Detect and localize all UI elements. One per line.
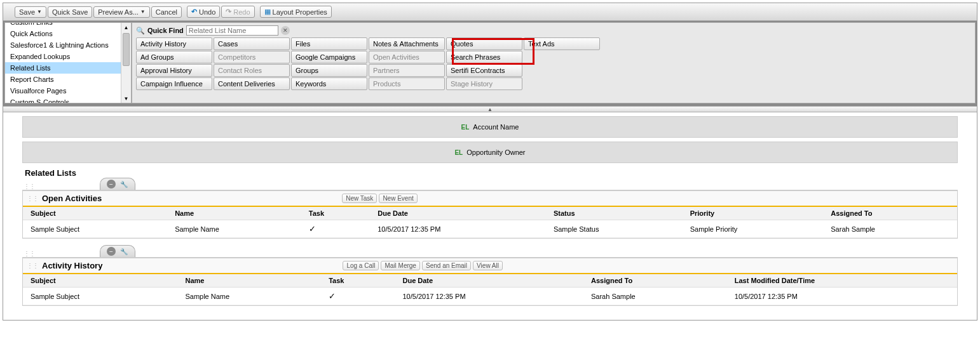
palette-item: Competitors xyxy=(214,51,290,63)
related-list-title: Open Activities xyxy=(42,194,102,203)
drag-handle-icon[interactable]: ⋮⋮ xyxy=(22,250,36,257)
palette-item: Stage History xyxy=(446,77,522,90)
sidebar-item[interactable]: Custom S-Controls xyxy=(5,96,131,103)
sidebar-item[interactable]: Quick Actions xyxy=(5,28,131,39)
related-list-tools: − 🔧 xyxy=(100,245,135,257)
table-cell: Sample Subject xyxy=(23,220,167,238)
field-label: Account Name xyxy=(473,123,519,131)
collapse-bar[interactable]: ▲ xyxy=(3,106,977,112)
drag-handle-icon[interactable]: ⋮⋮ xyxy=(25,195,39,202)
table-cell: Sample Name xyxy=(177,288,321,305)
caret-down-icon: ▼ xyxy=(140,9,146,15)
undo-icon: ↶ xyxy=(191,8,197,16)
column-header: Assigned To xyxy=(583,274,727,288)
column-header: Last Modified Date/Time xyxy=(727,274,957,288)
column-header: Subject xyxy=(23,274,177,288)
table-cell: Sample Subject xyxy=(23,288,177,305)
activity-history-table: SubjectNameTaskDue DateAssigned ToLast M… xyxy=(23,274,957,305)
quick-find-input[interactable] xyxy=(186,25,278,36)
related-list-activity-history: ⋮⋮ Activity History Log a Call Mail Merg… xyxy=(22,258,958,306)
field-label: Opportunity Owner xyxy=(466,149,525,156)
related-list-tools: − 🔧 xyxy=(100,178,135,190)
section-title: Related Lists xyxy=(25,168,958,178)
sidebar-item[interactable]: Salesforce1 & Lightning Actions xyxy=(5,39,131,51)
el-tag: EL xyxy=(454,149,463,156)
check-icon: ✓ xyxy=(309,224,316,234)
palette-item[interactable]: Google Campaigns xyxy=(291,51,367,63)
sidebar: Custom LinksQuick ActionsSalesforce1 & L… xyxy=(4,22,132,103)
table-cell: Sarah Sample xyxy=(583,288,727,305)
palette-item[interactable]: Activity History xyxy=(136,37,212,50)
sidebar-item[interactable]: Related Lists xyxy=(5,62,131,74)
column-header: Due Date xyxy=(370,207,546,220)
column-header: Subject xyxy=(23,207,167,220)
preview-as-button[interactable]: Preview As... ▼ xyxy=(93,6,150,18)
scrollbar[interactable]: ▲ ▼ xyxy=(121,23,131,103)
table-cell: Sample Status xyxy=(546,220,683,238)
palette-item[interactable]: Notes & Attachments xyxy=(369,37,445,50)
palette-item: Open Activities xyxy=(369,51,445,63)
palette-item[interactable]: Ad Groups xyxy=(136,51,212,63)
related-list-open-activities: ⋮⋮ Open Activities New Task New Event Su… xyxy=(22,190,958,239)
save-button[interactable]: Save ▼ xyxy=(15,6,46,18)
cancel-button[interactable]: Cancel xyxy=(151,6,182,18)
quick-find-label: Quick Find xyxy=(147,27,184,34)
undo-button[interactable]: ↶Undo xyxy=(187,6,220,18)
palette-item: Partners xyxy=(369,64,445,77)
related-list-title: Activity History xyxy=(42,261,102,270)
palette-item[interactable]: Approval History xyxy=(136,64,212,77)
column-header: Status xyxy=(546,207,683,220)
palette-item: Contact Roles xyxy=(214,64,290,77)
sidebar-item[interactable]: Report Charts xyxy=(5,74,131,85)
search-icon: 🔍 xyxy=(136,27,145,35)
remove-icon[interactable]: − xyxy=(107,180,116,189)
related-list-action-button[interactable]: New Event xyxy=(379,194,417,203)
palette-item[interactable]: Text Ads xyxy=(524,37,600,50)
wrench-icon[interactable]: 🔧 xyxy=(119,180,128,189)
column-header: Task xyxy=(321,274,395,288)
field-row[interactable]: EL Account Name xyxy=(22,116,958,138)
column-header: Task xyxy=(301,207,370,220)
table-cell: 10/5/2017 12:35 PM xyxy=(395,288,583,305)
related-list-action-button[interactable]: New Task xyxy=(342,194,377,203)
palette-item[interactable]: Files xyxy=(291,37,367,50)
redo-button: ↷Redo xyxy=(221,6,254,18)
table-cell: Sample Name xyxy=(167,220,301,238)
column-header: Priority xyxy=(683,207,824,220)
table-cell: ✓ xyxy=(321,288,395,305)
field-row[interactable]: EL Opportunity Owner xyxy=(22,142,958,163)
table-cell: 10/5/2017 12:35 PM xyxy=(727,288,957,305)
quick-save-button[interactable]: Quick Save xyxy=(48,6,92,18)
layout-properties-button[interactable]: ▦ Layout Properties xyxy=(260,6,332,18)
scroll-up-icon[interactable]: ▲ xyxy=(121,23,131,32)
scroll-down-icon[interactable]: ▼ xyxy=(121,94,131,103)
caret-down-icon: ▼ xyxy=(37,9,42,15)
palette-item[interactable]: Quotes xyxy=(446,37,522,50)
palette-item[interactable]: Search Phrases xyxy=(446,51,522,63)
palette-item[interactable]: Sertifi EContracts xyxy=(446,64,522,77)
related-list-action-button[interactable]: Mail Merge xyxy=(381,261,419,270)
drag-handle-icon[interactable]: ⋮⋮ xyxy=(22,183,36,190)
palette-item[interactable]: Cases xyxy=(214,37,290,50)
check-icon: ✓ xyxy=(329,291,336,301)
palette-item[interactable]: Campaign Influence xyxy=(136,77,212,90)
palette-item[interactable]: Keywords xyxy=(291,77,367,90)
clear-icon[interactable]: ✕ xyxy=(281,26,290,35)
table-cell: Sarah Sample xyxy=(823,220,957,238)
related-list-action-button[interactable]: View All xyxy=(473,261,503,270)
table-cell: ✓ xyxy=(301,220,370,238)
related-list-action-button[interactable]: Send an Email xyxy=(422,261,471,270)
layout-canvas: EL Account Name EL Opportunity Owner Rel… xyxy=(3,112,977,320)
drag-handle-icon[interactable]: ⋮⋮ xyxy=(25,262,39,269)
palette-item[interactable]: Content Deliveries xyxy=(214,77,290,90)
scroll-thumb[interactable] xyxy=(123,33,130,66)
remove-icon[interactable]: − xyxy=(107,247,116,256)
sidebar-item[interactable]: Expanded Lookups xyxy=(5,51,131,62)
column-header: Due Date xyxy=(395,274,583,288)
palette-item[interactable]: Groups xyxy=(291,64,367,77)
sidebar-item[interactable]: Visualforce Pages xyxy=(5,85,131,96)
sidebar-item[interactable]: Custom Links xyxy=(5,23,131,28)
related-list-action-button[interactable]: Log a Call xyxy=(343,261,379,270)
table-cell: 10/5/2017 12:35 PM xyxy=(370,220,546,238)
wrench-icon[interactable]: 🔧 xyxy=(119,247,128,256)
